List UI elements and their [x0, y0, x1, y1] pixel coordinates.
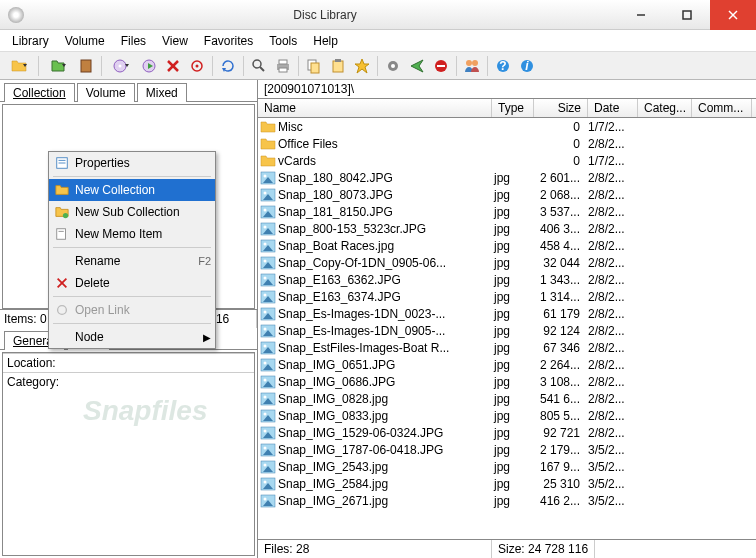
- svg-marker-26: [355, 59, 369, 73]
- file-row[interactable]: Snap_IMG_2543.jpgjpg167 9...3/5/2...: [258, 458, 756, 475]
- file-type: jpg: [494, 409, 536, 423]
- svg-point-45: [264, 208, 267, 211]
- file-list[interactable]: Misc01/7/2...Office Files02/8/2...vCards…: [258, 118, 756, 539]
- file-row[interactable]: Snap_180_8073.JPGjpg2 068...2/8/2...: [258, 186, 756, 203]
- menu-view[interactable]: View: [154, 32, 196, 50]
- search-button[interactable]: [248, 55, 270, 77]
- image-icon: [260, 188, 276, 202]
- svg-rect-24: [333, 61, 343, 72]
- menu-favorites[interactable]: Favorites: [196, 32, 261, 50]
- stop-button[interactable]: [430, 55, 452, 77]
- file-date: 3/5/2...: [588, 443, 638, 457]
- maximize-button[interactable]: [664, 0, 710, 30]
- menu-volume[interactable]: Volume: [57, 32, 113, 50]
- delete-button[interactable]: [162, 55, 184, 77]
- title-bar: Disc Library: [0, 0, 756, 30]
- file-row[interactable]: Snap_Boat Races.jpgjpg458 4...2/8/2...: [258, 237, 756, 254]
- help-button[interactable]: ?: [492, 55, 514, 77]
- menu-help[interactable]: Help: [305, 32, 346, 50]
- image-icon: [260, 205, 276, 219]
- col-date[interactable]: Date: [588, 99, 638, 117]
- gear-button[interactable]: [382, 55, 404, 77]
- file-date: 2/8/2...: [588, 392, 638, 406]
- favorite-button[interactable]: [351, 55, 373, 77]
- file-row[interactable]: Snap_IMG_0828.jpgjpg541 6...2/8/2...: [258, 390, 756, 407]
- file-row[interactable]: vCards01/7/2...: [258, 152, 756, 169]
- disc-button[interactable]: [106, 55, 136, 77]
- image-icon: [260, 222, 276, 236]
- file-row[interactable]: Office Files02/8/2...: [258, 135, 756, 152]
- users-button[interactable]: [461, 55, 483, 77]
- file-size: 2 068...: [536, 188, 588, 202]
- new-memo-icon: [53, 226, 71, 242]
- file-type: jpg: [494, 494, 536, 508]
- file-row[interactable]: Snap_E163_6374.JPGjpg1 314...2/8/2...: [258, 288, 756, 305]
- file-type: jpg: [494, 256, 536, 270]
- file-row[interactable]: Snap_IMG_0651.JPGjpg2 264...2/8/2...: [258, 356, 756, 373]
- file-name: Snap_IMG_0828.jpg: [278, 392, 494, 406]
- file-row[interactable]: Snap_EstFiles-Images-Boat R...jpg67 3462…: [258, 339, 756, 356]
- file-row[interactable]: Snap_E163_6362.JPGjpg1 343...2/8/2...: [258, 271, 756, 288]
- svg-rect-21: [279, 68, 287, 72]
- col-size[interactable]: Size: [534, 99, 588, 117]
- file-row[interactable]: Snap_181_8150.JPGjpg3 537...2/8/2...: [258, 203, 756, 220]
- refresh-button[interactable]: [217, 55, 239, 77]
- file-row[interactable]: Snap_IMG_1787-06-0418.JPGjpg2 179...3/5/…: [258, 441, 756, 458]
- svg-point-69: [264, 344, 267, 347]
- copy-button[interactable]: [303, 55, 325, 77]
- file-row[interactable]: Snap_IMG_1529-06-0324.JPGjpg92 7212/8/2.…: [258, 424, 756, 441]
- col-categ[interactable]: Categ...: [638, 99, 692, 117]
- svg-point-33: [472, 60, 478, 66]
- file-row[interactable]: Snap_180_8042.JPGjpg2 601...2/8/2...: [258, 169, 756, 186]
- paste-button[interactable]: [327, 55, 349, 77]
- file-row[interactable]: Misc01/7/2...: [258, 118, 756, 135]
- menu-tools[interactable]: Tools: [261, 32, 305, 50]
- svg-rect-25: [335, 59, 341, 62]
- menu-node[interactable]: Node ▶: [49, 326, 215, 348]
- menu-files[interactable]: Files: [113, 32, 154, 50]
- svg-point-81: [264, 412, 267, 415]
- file-row[interactable]: Snap_Es-Images-1DN_0023-...jpg61 1792/8/…: [258, 305, 756, 322]
- image-icon: [260, 171, 276, 185]
- file-name: Snap_Copy-Of-1DN_0905-06...: [278, 256, 494, 270]
- disc-play-button[interactable]: [138, 55, 160, 77]
- menu-rename[interactable]: Rename F2: [49, 250, 215, 272]
- file-row[interactable]: Snap_IMG_0686.JPGjpg3 108...2/8/2...: [258, 373, 756, 390]
- menu-library[interactable]: Library: [4, 32, 57, 50]
- book-button[interactable]: [75, 55, 97, 77]
- col-type[interactable]: Type: [492, 99, 534, 117]
- file-date: 2/8/2...: [588, 358, 638, 372]
- close-button[interactable]: [710, 0, 756, 30]
- menu-new-collection[interactable]: New Collection: [49, 179, 215, 201]
- tab-collection[interactable]: Collection: [4, 83, 75, 102]
- svg-line-18: [260, 67, 264, 71]
- file-row[interactable]: Snap_800-153_5323cr.JPGjpg406 3...2/8/2.…: [258, 220, 756, 237]
- image-icon: [260, 290, 276, 304]
- folder-icon: [260, 154, 276, 168]
- info-button[interactable]: i: [516, 55, 538, 77]
- file-date: 3/5/2...: [588, 460, 638, 474]
- target-button[interactable]: [186, 55, 208, 77]
- tab-mixed[interactable]: Mixed: [137, 83, 187, 102]
- file-row[interactable]: Snap_IMG_2671.jpgjpg416 2...3/5/2...: [258, 492, 756, 509]
- menu-properties[interactable]: Properties: [49, 152, 215, 174]
- minimize-button[interactable]: [618, 0, 664, 30]
- print-button[interactable]: [272, 55, 294, 77]
- send-button[interactable]: [406, 55, 428, 77]
- menu-new-sub-collection[interactable]: New Sub Collection: [49, 201, 215, 223]
- col-name[interactable]: Name: [258, 99, 492, 117]
- col-comm[interactable]: Comm...: [692, 99, 752, 117]
- file-row[interactable]: Snap_IMG_0833.jpgjpg805 5...2/8/2...: [258, 407, 756, 424]
- menu-new-memo[interactable]: New Memo Item: [49, 223, 215, 245]
- file-row[interactable]: Snap_IMG_2584.jpgjpg25 3103/5/2...: [258, 475, 756, 492]
- menu-delete[interactable]: Delete: [49, 272, 215, 294]
- file-row[interactable]: Snap_Copy-Of-1DN_0905-06...jpg32 0442/8/…: [258, 254, 756, 271]
- file-date: 2/8/2...: [588, 137, 638, 151]
- image-icon: [260, 409, 276, 423]
- open-button[interactable]: [43, 55, 73, 77]
- file-size: 67 346: [536, 341, 588, 355]
- file-row[interactable]: Snap_Es-Images-1DN_0905-...jpg92 1242/8/…: [258, 322, 756, 339]
- tab-volume[interactable]: Volume: [77, 83, 135, 102]
- svg-marker-29: [411, 60, 423, 72]
- new-doc-button[interactable]: [4, 55, 34, 77]
